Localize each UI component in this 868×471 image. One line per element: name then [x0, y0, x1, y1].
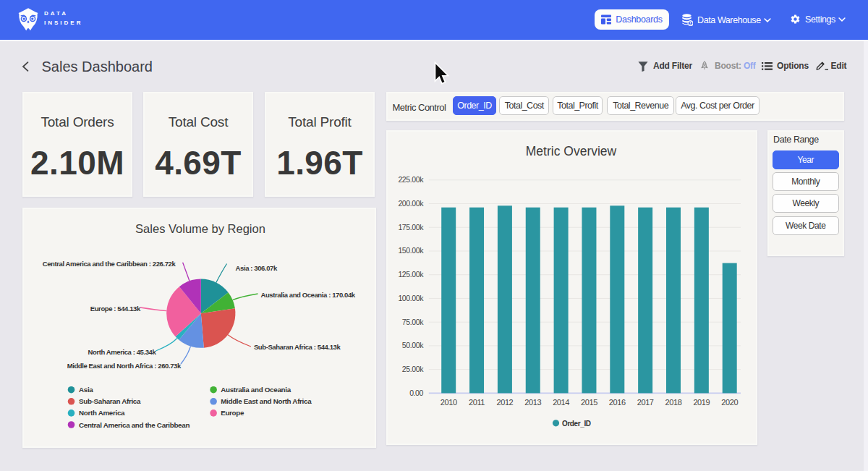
- svg-text:Order_ID: Order_ID: [562, 420, 591, 428]
- svg-text:2013: 2013: [524, 398, 541, 407]
- svg-text:Australia and Oceania: Australia and Oceania: [221, 386, 291, 394]
- svg-text:Middle East and North Africa :: Middle East and North Africa : 260.73k: [67, 362, 182, 370]
- svg-text:Sales Volume by Region: Sales Volume by Region: [135, 222, 265, 235]
- svg-text:2014: 2014: [553, 398, 569, 407]
- svg-text:Central America and the Caribb: Central America and the Caribbean : 226.…: [43, 260, 176, 268]
- svg-text:225.00k: 225.00k: [398, 175, 424, 184]
- svg-text:2019: 2019: [693, 398, 710, 407]
- svg-text:North America: North America: [79, 409, 125, 417]
- svg-text:Sub-Saharan Africa : 544.13k: Sub-Saharan Africa : 544.13k: [254, 343, 341, 351]
- svg-text:2020: 2020: [721, 398, 738, 407]
- svg-text:75.00k: 75.00k: [402, 318, 424, 326]
- svg-text:200.00k: 200.00k: [398, 199, 424, 208]
- svg-text:2011: 2011: [469, 398, 485, 407]
- svg-text:Central America and the Caribb: Central America and the Caribbean: [79, 421, 190, 429]
- svg-text:Europe : 544.13k: Europe : 544.13k: [90, 305, 141, 313]
- svg-text:175.00k: 175.00k: [398, 223, 424, 232]
- svg-text:2017: 2017: [637, 398, 654, 407]
- svg-text:2015: 2015: [581, 398, 597, 407]
- svg-text:Asia: Asia: [79, 386, 93, 394]
- svg-text:125.00k: 125.00k: [398, 270, 424, 279]
- svg-text:Australia and Oceania : 170.04: Australia and Oceania : 170.04k: [261, 291, 356, 299]
- svg-text:150.00k: 150.00k: [398, 246, 424, 255]
- svg-text:0.00: 0.00: [409, 389, 423, 397]
- svg-text:Metric Overview: Metric Overview: [526, 144, 617, 158]
- svg-text:2016: 2016: [609, 398, 626, 407]
- svg-text:25.00k: 25.00k: [402, 365, 424, 373]
- svg-text:2018: 2018: [665, 398, 682, 407]
- svg-text:50.00k: 50.00k: [402, 341, 424, 349]
- svg-text:North America : 45.34k: North America : 45.34k: [88, 348, 157, 356]
- svg-text:2012: 2012: [496, 398, 513, 407]
- svg-text:2010: 2010: [441, 398, 457, 407]
- svg-text:100.00k: 100.00k: [398, 294, 424, 302]
- svg-text:Middle East and North Africa: Middle East and North Africa: [221, 397, 312, 405]
- svg-text:Sub-Saharan Africa: Sub-Saharan Africa: [79, 397, 141, 405]
- svg-text:Europe: Europe: [221, 409, 244, 417]
- svg-text:Asia : 306.07k: Asia : 306.07k: [236, 264, 278, 272]
